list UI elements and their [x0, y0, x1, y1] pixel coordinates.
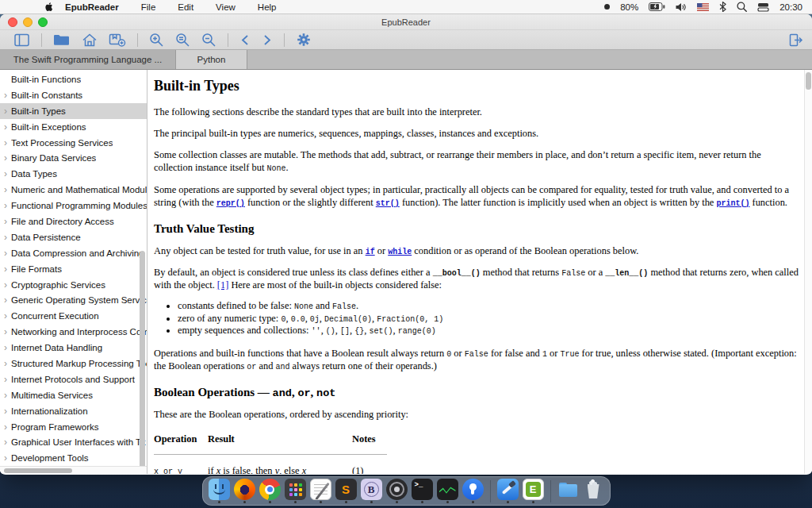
shutter-utility-icon[interactable]: [386, 479, 408, 500]
bluetooth-icon[interactable]: [719, 2, 726, 12]
battery-icon[interactable]: [649, 2, 665, 11]
spotlight-search-icon[interactable]: [737, 2, 747, 12]
menu-view[interactable]: View: [216, 2, 236, 12]
chevron-right-icon[interactable]: ›: [0, 106, 11, 116]
app-menu-title[interactable]: EpubReader: [65, 2, 119, 12]
chevron-right-icon[interactable]: ›: [0, 343, 11, 352]
sublime-text-icon[interactable]: S: [335, 479, 357, 500]
dock-item-b-app[interactable]: B: [360, 479, 383, 503]
code-link[interactable]: print(): [716, 199, 749, 208]
chevron-right-icon[interactable]: ›: [0, 169, 11, 179]
sidebar-item[interactable]: ›Functional Programming Modules: [0, 198, 147, 214]
sidebar-item[interactable]: Built-in Functions: [0, 71, 147, 87]
dock-item-launchpad[interactable]: [284, 479, 307, 503]
dock-item-terminal[interactable]: >_: [411, 479, 434, 503]
library-add-icon[interactable]: [109, 31, 126, 48]
dock-item-epubreader[interactable]: E: [522, 479, 545, 503]
sidebar-item[interactable]: ›Internet Data Handling: [0, 340, 147, 356]
chevron-right-icon[interactable]: ›: [0, 201, 11, 210]
chevron-right-icon[interactable]: ›: [0, 391, 11, 400]
chevron-right-icon[interactable]: ›: [0, 264, 11, 274]
sidebar-item[interactable]: ›Concurrent Execution: [0, 308, 147, 324]
sidebar-item[interactable]: ›Development Tools: [0, 450, 147, 466]
export-exit-icon[interactable]: [789, 31, 804, 48]
minimize-window-button[interactable]: [23, 17, 33, 27]
tab-the-swift-programming-language[interactable]: The Swift Programming Language ...: [0, 50, 176, 69]
zoom-actual-size-icon[interactable]: [175, 31, 190, 48]
terminal-icon[interactable]: >_: [412, 479, 433, 500]
dock-item-chrome[interactable]: [259, 479, 282, 503]
dock-item-textedit[interactable]: [309, 479, 332, 503]
launchpad-icon[interactable]: [285, 479, 306, 500]
content-vertical-scrollbar[interactable]: [804, 70, 812, 474]
trash-icon[interactable]: [583, 479, 604, 500]
sidebar-item[interactable]: ›Internationalization: [0, 403, 147, 419]
finder-icon[interactable]: [209, 479, 230, 500]
zoom-in-icon[interactable]: [149, 31, 164, 48]
dock-item-downloads-folder[interactable]: [557, 479, 580, 503]
firefox-icon[interactable]: [234, 479, 255, 500]
dock-item-blue-pin-app[interactable]: [462, 479, 485, 503]
b-app-icon[interactable]: B: [361, 479, 382, 500]
chrome-icon[interactable]: [259, 479, 281, 500]
sidebar-item[interactable]: ›Built-in Exceptions: [0, 119, 147, 135]
chevron-right-icon[interactable]: ›: [0, 437, 11, 447]
chevron-right-icon[interactable]: ›: [0, 327, 11, 337]
dock-item-trash[interactable]: [582, 479, 605, 503]
close-window-button[interactable]: [8, 17, 17, 27]
menu-bar-clock[interactable]: 20:30: [779, 2, 802, 12]
dock-item-shutter-utility[interactable]: [385, 479, 408, 503]
volume-icon[interactable]: [676, 2, 687, 12]
chevron-right-icon[interactable]: ›: [0, 422, 11, 432]
sidebar-item[interactable]: ›File Formats: [0, 261, 147, 277]
settings-gear-icon[interactable]: [296, 31, 312, 48]
chevron-right-icon[interactable]: ›: [0, 138, 11, 148]
sidebar-item[interactable]: ›Binary Data Services: [0, 150, 147, 166]
chevron-right-icon[interactable]: ›: [0, 122, 11, 132]
sidebar-item[interactable]: ›Multimedia Services: [0, 387, 147, 403]
menu-help[interactable]: Help: [258, 2, 277, 12]
chevron-right-icon[interactable]: ›: [0, 280, 11, 290]
xcode-icon[interactable]: [497, 479, 519, 500]
forward-icon[interactable]: [262, 31, 273, 48]
sidebar-vertical-scrollbar[interactable]: [140, 70, 146, 466]
downloads-folder-icon[interactable]: [557, 479, 579, 500]
chevron-right-icon[interactable]: ›: [0, 311, 11, 321]
dock-item-finder[interactable]: [208, 479, 231, 503]
chevron-right-icon[interactable]: ›: [0, 217, 11, 226]
activity-monitor-icon[interactable]: [437, 479, 458, 500]
reference-link[interactable]: [1]: [217, 279, 228, 291]
blue-pin-app-icon[interactable]: [462, 479, 484, 500]
sidebar-toggle-icon[interactable]: [14, 31, 30, 48]
sidebar-item[interactable]: ›Program Frameworks: [0, 419, 147, 435]
menu-file[interactable]: File: [141, 2, 156, 12]
code-link[interactable]: repr(): [216, 199, 245, 208]
sidebar-item[interactable]: ›Internet Protocols and Support: [0, 371, 147, 387]
sidebar-item[interactable]: ›Text Processing Services: [0, 135, 147, 151]
zoom-window-button[interactable]: [38, 17, 48, 27]
sidebar-item[interactable]: ›File and Directory Access: [0, 214, 147, 229]
textedit-icon[interactable]: [310, 479, 331, 500]
chevron-right-icon[interactable]: ›: [0, 453, 11, 463]
back-icon[interactable]: [239, 31, 251, 48]
chevron-right-icon[interactable]: ›: [0, 90, 11, 100]
sidebar-item[interactable]: ›Built-in Constants: [0, 87, 147, 103]
sidebar-item[interactable]: ›Graphical User Interfaces with Tk: [0, 434, 147, 450]
code-link[interactable]: str(): [376, 199, 400, 208]
chevron-right-icon[interactable]: ›: [0, 359, 11, 368]
sidebar-item[interactable]: ›Numeric and Mathematical Modules: [0, 182, 147, 198]
sidebar-item[interactable]: ›Data Types: [0, 166, 147, 182]
sidebar-item[interactable]: ›Data Persistence: [0, 229, 147, 245]
sidebar-item[interactable]: ›Data Compression and Archiving: [0, 245, 147, 261]
tab-python[interactable]: Python: [176, 50, 247, 69]
dock-item-sublime-text[interactable]: S: [335, 479, 358, 503]
menu-edit[interactable]: Edit: [178, 2, 193, 12]
window-stack-icon[interactable]: [757, 2, 769, 12]
sidebar-horizontal-scrollbar[interactable]: [0, 466, 147, 474]
chevron-right-icon[interactable]: ›: [0, 233, 11, 242]
epubreader-icon[interactable]: E: [523, 479, 544, 500]
dock-item-firefox[interactable]: [233, 479, 256, 503]
code-link[interactable]: while: [388, 248, 412, 256]
chevron-right-icon[interactable]: ›: [0, 375, 11, 384]
chevron-right-icon[interactable]: ›: [0, 185, 11, 194]
